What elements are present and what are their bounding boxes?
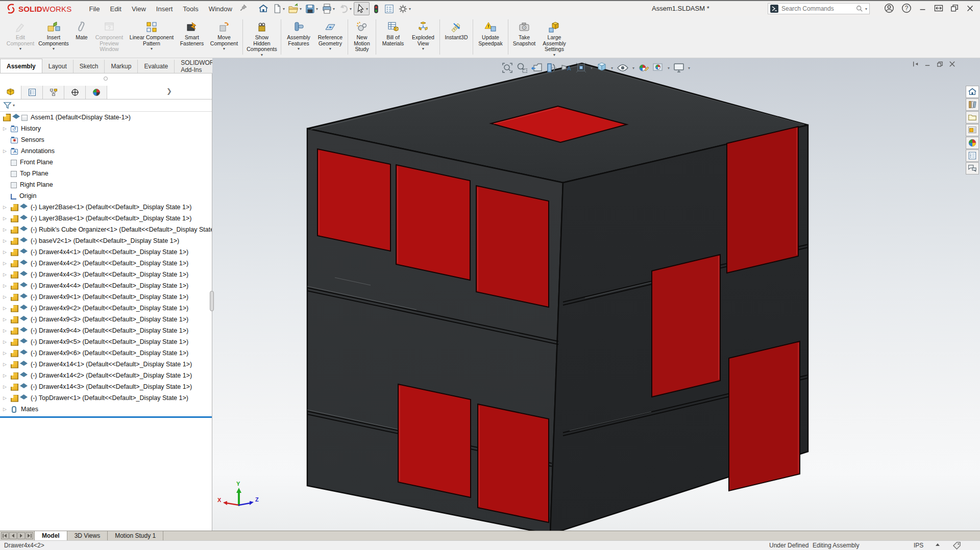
command-tab[interactable]: Assembly [0,59,42,73]
menu-item[interactable]: Insert [151,3,178,15]
tree-row[interactable]: (-) baseV2<1> (Default<<Default>_Display… [0,235,212,246]
last-tab-icon[interactable] [26,532,33,539]
panel-grip[interactable] [0,73,212,86]
close-icon[interactable] [966,3,975,15]
show-hidden-components-button[interactable]: Show Hidden Components▼ [245,17,279,57]
tree-row[interactable]: (-) TopDrawer<1> (Default<<Default>_Disp… [0,392,212,404]
units-selector[interactable]: IPS [914,542,923,549]
take-snapshot-button[interactable]: Take Snapshot [510,17,538,57]
update-speedpak-button[interactable]: ! Update Speedpak [475,17,506,57]
document-tab[interactable]: Motion Study 1 [108,531,163,540]
tree-row[interactable]: (-) Drawer4x4<2> (Default<<Default>_Disp… [0,258,212,269]
new-motion-study-button[interactable]: New Motion Study [350,17,374,57]
section-view-icon[interactable] [546,62,558,74]
bill-of-materials-button[interactable]: Bill of Materials [378,17,408,57]
tree-row[interactable]: Top Plane [0,168,212,179]
tree-row[interactable]: (-) Drawer4x4<3> (Default<<Default>_Disp… [0,269,212,280]
reference-geometry-button[interactable]: Reference Geometry▼ [315,17,346,57]
tree-row[interactable]: (-) Rubik's Cube Organizer<1> (Default<<… [0,224,212,235]
expand-arrow-icon[interactable] [3,205,11,210]
tree-row[interactable]: (-) Drawer4x9<3> (Default<<Default>_Disp… [0,314,212,325]
assembly-features-button[interactable]: Assembly Features▼ [283,17,314,57]
command-tab[interactable]: Sketch [74,60,105,73]
tag-icon[interactable] [952,541,961,550]
search-dropdown-caret[interactable]: ▾ [865,7,867,11]
user-account-icon[interactable] [884,3,895,16]
filter-funnel-icon[interactable] [3,101,12,110]
expand-arrow-icon[interactable] [3,148,11,154]
rebuild-icon[interactable] [371,3,382,15]
tree-row[interactable]: (-) Drawer4x9<6> (Default<<Default>_Disp… [0,347,212,359]
new-document-button[interactable]: ▾ [271,3,286,15]
expand-arrow-icon[interactable] [3,339,11,344]
print-button[interactable]: ▾ [320,3,336,15]
tree-row[interactable]: Right Plane [0,179,212,190]
expand-arrow-icon[interactable] [3,362,11,367]
tree-row[interactable]: (-) Drawer4x4<4> (Default<<Default>_Disp… [0,280,212,291]
expand-arrow-icon[interactable] [3,283,11,288]
options-list-icon[interactable] [383,3,396,15]
tree-row[interactable]: (-) Drawer4x9<4> (Default<<Default>_Disp… [0,325,212,336]
view-orientation-icon[interactable] [575,62,587,74]
tree-row[interactable]: Sensors [0,134,212,145]
minimize-icon[interactable] [918,3,927,15]
doc-minimize-icon[interactable] [924,60,932,68]
pin-icon[interactable] [239,4,248,14]
zoom-to-fit-icon[interactable] [501,62,513,74]
tree-row[interactable]: (-) Drawer4x9<2> (Default<<Default>_Disp… [0,303,212,314]
tree-row[interactable]: (-) Layer2Base<1> (Default<<Default>_Dis… [0,202,212,213]
tree-row[interactable]: Origin [0,190,212,202]
menu-item[interactable]: Window [204,3,237,15]
tree-row[interactable]: (-) Drawer4x4<1> (Default<<Default>_Disp… [0,246,212,258]
doc-restore-icon[interactable] [936,60,944,68]
expand-arrow-icon[interactable] [3,395,11,401]
graphics-area[interactable]: Y X Z A ▾ ▾ ▾ ▾ ▾ [212,58,980,531]
expand-arrow-icon[interactable] [3,306,11,311]
exploded-view-button[interactable]: Exploded View▼ [409,17,437,57]
menu-item[interactable]: File [84,3,105,15]
component-preview-window-button[interactable]: Component Preview Window [92,17,126,57]
display-style-icon[interactable] [596,62,608,74]
expand-arrow-icon[interactable] [3,384,11,389]
doc-close-icon[interactable] [948,60,956,68]
hide-show-items-caret[interactable]: ▾ [632,66,634,70]
design-library-button[interactable] [966,98,979,111]
menu-item[interactable]: View [127,3,151,15]
panel-splitter-handle[interactable] [210,291,214,311]
select-tool-button[interactable]: ▾ [354,2,370,15]
undo-button[interactable]: ▾ [337,3,353,15]
command-tab[interactable]: Markup [105,60,138,73]
expand-arrow-icon[interactable] [3,249,11,255]
file-explorer-button[interactable] [966,111,979,123]
settings-gear-button[interactable]: ▾ [397,3,412,15]
rollback-bar[interactable] [0,416,212,418]
tree-row[interactable]: (-) Drawer4x14<3> (Default<<Default>_Dis… [0,381,212,392]
search-commands-box[interactable]: ▾ [768,3,870,14]
featuremanager-tab[interactable] [0,86,21,99]
configurationmanager-tab[interactable] [43,86,64,99]
save-button[interactable]: ▾ [304,3,319,15]
units-caret-icon[interactable] [936,543,940,546]
custom-properties-button[interactable] [966,149,979,162]
open-button[interactable]: ▾ [287,3,303,15]
instant3d-button[interactable]: Instant3D [442,17,471,57]
command-tab[interactable]: Layout [42,60,74,73]
document-tab[interactable]: 3D Views [67,531,108,540]
display-style-caret[interactable]: ▾ [611,66,613,70]
search-input[interactable] [780,5,854,13]
previous-view-icon[interactable] [531,62,543,74]
expand-arrow-icon[interactable] [3,294,11,299]
taskpane-home-button[interactable] [966,86,979,98]
expand-arrow-icon[interactable] [3,216,11,221]
expand-arrow-icon[interactable] [3,126,11,131]
expand-arrow-icon[interactable] [3,373,11,378]
dimxpertmanager-tab[interactable] [64,86,86,99]
view-orientation-caret[interactable]: ▾ [591,66,593,70]
displaymanager-tab[interactable] [86,86,107,99]
large-assembly-settings-button[interactable]: Large Assembly Settings▼ [539,17,570,57]
mate-button[interactable]: Mate [72,17,91,57]
tree-row[interactable]: Front Plane [0,157,212,168]
next-tab-icon[interactable] [17,532,25,539]
tree-row[interactable]: (-) Layer3Base<1> (Default<<Default>_Dis… [0,213,212,224]
annotation-visibility-icon[interactable]: A [560,62,573,74]
